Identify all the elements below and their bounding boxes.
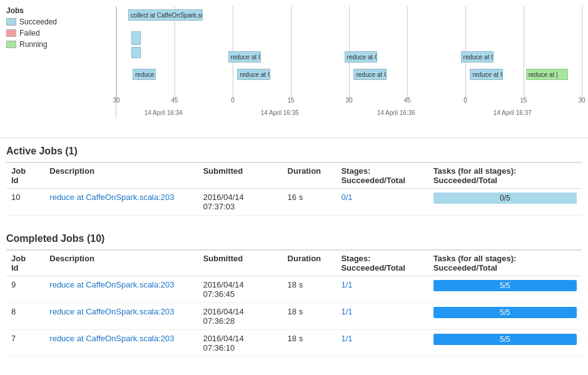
cell-stages[interactable]: 1/1 xyxy=(336,330,428,357)
cell-tasks: 5/5 xyxy=(428,303,582,330)
task-progress-bar: 5/5 xyxy=(433,280,577,291)
axis-tick-label: 30 xyxy=(113,97,119,104)
timeline-bar: reduce at C xyxy=(470,69,502,80)
timeline-bar: reduce at C xyxy=(461,51,494,62)
completed-th-stages: Stages:Succeeded/Total xyxy=(336,250,428,276)
timeline-bar xyxy=(131,47,141,58)
cell-duration: 18 s xyxy=(283,303,337,330)
timeline-bar xyxy=(131,31,141,45)
active-th-duration: Duration xyxy=(283,162,337,189)
legend: Jobs Succeeded Failed Running xyxy=(6,6,57,49)
stages-link[interactable]: 1/1 xyxy=(341,307,352,316)
axis-tick-label: 45 xyxy=(403,97,410,104)
active-th-tasks: Tasks (for all stages):Succeeded/Total xyxy=(428,162,582,189)
cell-tasks: 5/5 xyxy=(428,330,582,357)
axis-tick-label: 45 xyxy=(171,97,178,104)
active-jobs-section: Active Jobs (1) JobId Description Submit… xyxy=(0,138,588,216)
active-jobs-table: JobId Description Submitted Duration Sta… xyxy=(6,162,582,216)
legend-item-succeeded: Succeeded xyxy=(6,18,57,26)
cell-tasks: 5/5 xyxy=(428,276,582,303)
legend-label-succeeded: Succeeded xyxy=(19,18,57,26)
timeline-bar: reduce at | xyxy=(526,69,568,80)
cell-submitted: 2016/04/1407:36:45 xyxy=(198,276,283,303)
cell-submitted: 2016/04/1407:36:28 xyxy=(198,303,283,330)
cell-submitted: 2016/04/1407:37:03 xyxy=(198,189,283,216)
grid-line xyxy=(116,6,117,100)
legend-label-failed: Failed xyxy=(19,29,40,38)
completed-jobs-section: Completed Jobs (10) JobId Description Su… xyxy=(0,226,588,357)
table-row: 9 reduce at CaffeOnSpark.scala:203 2016/… xyxy=(6,276,582,303)
cell-duration: 18 s xyxy=(283,330,337,357)
grid-line xyxy=(407,6,408,100)
timeline-bar: reduce at | xyxy=(133,69,156,80)
cell-stages[interactable]: 1/1 xyxy=(336,303,428,330)
completed-th-duration: Duration xyxy=(283,250,337,276)
stages-link[interactable]: 0/1 xyxy=(341,192,352,202)
task-progress-bar: 0/5 xyxy=(433,192,577,204)
timeline-bar: reduce at C xyxy=(228,51,261,62)
completed-th-tasks: Tasks (for all stages):Succeeded/Total xyxy=(428,250,582,276)
cell-tasks: 0/5 xyxy=(428,189,582,216)
task-progress-bar: 5/5 xyxy=(433,307,577,318)
completed-th-submitted: Submitted xyxy=(198,250,283,276)
axis-date-label: 14 April 16:37 xyxy=(494,109,532,116)
legend-box-failed xyxy=(6,29,16,37)
axis-date-label: 14 April 16:35 xyxy=(261,109,299,116)
grid-line xyxy=(524,6,524,100)
completed-jobs-title: Completed Jobs (10) xyxy=(6,233,582,244)
active-th-stages: Stages:Succeeded/Total xyxy=(336,162,428,189)
timeline-bar: reduce at C xyxy=(237,69,270,80)
job-link[interactable]: reduce at CaffeOnSpark.scala:203 xyxy=(49,192,174,202)
axis-tick-label: 0 xyxy=(464,97,467,104)
stages-link[interactable]: 1/1 xyxy=(341,334,352,343)
cell-stages[interactable]: 1/1 xyxy=(336,276,428,303)
task-progress-bar: 5/5 xyxy=(433,334,577,345)
legend-box-running xyxy=(6,41,16,48)
timeline-bar: collect at CaffeOnSpark.scal xyxy=(128,9,203,21)
axis-tick-label: 0 xyxy=(231,97,235,104)
job-link[interactable]: reduce at CaffeOnSpark.scala:203 xyxy=(49,334,174,343)
cell-submitted: 2016/04/1407:36:10 xyxy=(198,330,283,357)
cell-jobid: 8 xyxy=(6,303,44,330)
job-link[interactable]: reduce at CaffeOnSpark.scala:203 xyxy=(49,307,174,316)
job-link[interactable]: reduce at CaffeOnSpark.scala:203 xyxy=(49,280,174,289)
legend-item-running: Running xyxy=(6,40,57,49)
cell-jobid: 10 xyxy=(6,189,44,216)
cell-stages[interactable]: 0/1 xyxy=(336,189,428,216)
axis-tick-label: 30 xyxy=(578,97,585,104)
completed-jobs-table: JobId Description Submitted Duration Sta… xyxy=(6,249,582,357)
timeline-bar: reduce at C xyxy=(353,69,386,80)
timeline-chart: collect at CaffeOnSpark.scalreduce at |r… xyxy=(116,6,582,138)
legend-item-failed: Failed xyxy=(6,29,57,38)
axis-tick-label: 15 xyxy=(520,97,527,104)
completed-th-description: Description xyxy=(44,250,198,276)
legend-title: Jobs xyxy=(6,6,57,15)
cell-description[interactable]: reduce at CaffeOnSpark.scala:203 xyxy=(44,330,198,357)
cell-description[interactable]: reduce at CaffeOnSpark.scala:203 xyxy=(44,303,198,330)
axis-date-label: 14 April 16:36 xyxy=(377,109,415,116)
timeline-bar: reduce at C xyxy=(345,51,377,62)
cell-duration: 18 s xyxy=(283,276,337,303)
grid-line xyxy=(582,6,582,100)
chart-inner: collect at CaffeOnSpark.scalreduce at |r… xyxy=(116,6,582,119)
active-jobs-title: Active Jobs (1) xyxy=(6,146,582,157)
stages-link[interactable]: 1/1 xyxy=(341,280,352,289)
timeline-section: Jobs Succeeded Failed Running collect at… xyxy=(0,0,588,138)
cell-jobid: 7 xyxy=(6,330,44,357)
table-row: 10 reduce at CaffeOnSpark.scala:203 2016… xyxy=(6,189,582,216)
active-th-description: Description xyxy=(44,162,198,189)
grid-line xyxy=(291,6,291,100)
axis-tick-label: 30 xyxy=(345,97,352,104)
cell-description[interactable]: reduce at CaffeOnSpark.scala:203 xyxy=(44,189,198,216)
cell-description[interactable]: reduce at CaffeOnSpark.scala:203 xyxy=(44,276,198,303)
cell-jobid: 9 xyxy=(6,276,44,303)
active-th-submitted: Submitted xyxy=(198,162,283,189)
legend-box-succeeded xyxy=(6,18,16,26)
completed-th-jobid: JobId xyxy=(6,250,44,276)
legend-label-running: Running xyxy=(19,40,48,49)
table-row: 7 reduce at CaffeOnSpark.scala:203 2016/… xyxy=(6,330,582,357)
active-th-jobid: JobId xyxy=(6,162,44,189)
cell-duration: 16 s xyxy=(283,189,337,216)
axis-date-label: 14 April 16:34 xyxy=(144,109,183,116)
table-row: 8 reduce at CaffeOnSpark.scala:203 2016/… xyxy=(6,303,582,330)
